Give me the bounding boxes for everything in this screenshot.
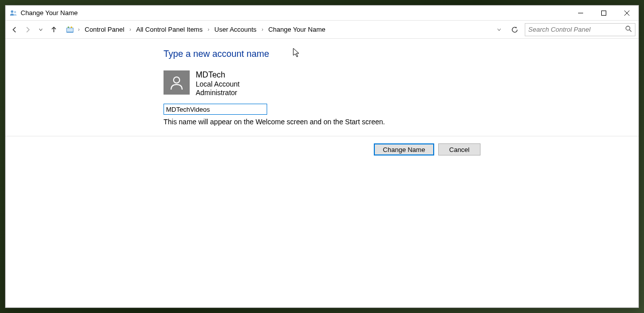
avatar <box>164 70 190 95</box>
svg-point-7 <box>626 26 630 30</box>
content-area: Type a new account name MDTech Local Acc… <box>6 39 638 307</box>
cancel-button[interactable]: Cancel <box>438 143 480 155</box>
divider <box>6 136 638 136</box>
new-name-input[interactable] <box>164 104 267 115</box>
back-button[interactable] <box>9 24 21 36</box>
svg-rect-2 <box>602 11 606 15</box>
breadcrumb-change-name[interactable]: Change Your Name <box>266 25 327 34</box>
titlebar: Change Your Name <box>6 6 638 21</box>
chevron-right-icon: › <box>126 27 134 32</box>
breadcrumb-user-accounts[interactable]: User Accounts <box>212 25 259 34</box>
svg-point-0 <box>11 10 14 13</box>
help-text: This name will appear on the Welcome scr… <box>164 118 491 126</box>
control-panel-icon <box>65 25 75 35</box>
button-row: Change Name Cancel <box>6 143 480 155</box>
window-controls <box>569 6 638 21</box>
address-dropdown[interactable] <box>495 25 504 34</box>
forward-button[interactable] <box>22 24 34 36</box>
search-box[interactable] <box>525 23 635 36</box>
page-heading: Type a new account name <box>164 49 491 59</box>
breadcrumb[interactable]: › Control Panel › All Control Panel Item… <box>63 23 506 36</box>
maximize-button[interactable] <box>592 6 615 21</box>
svg-point-1 <box>14 11 16 13</box>
current-account-name: MDTech <box>196 70 239 80</box>
window-title: Change Your Name <box>21 9 77 17</box>
control-panel-window: Change Your Name <box>5 5 639 308</box>
navigation-toolbar: › Control Panel › All Control Panel Item… <box>6 21 638 39</box>
breadcrumb-control-panel[interactable]: Control Panel <box>83 25 126 34</box>
close-button[interactable] <box>615 6 638 21</box>
account-role: Administrator <box>196 89 239 97</box>
search-input[interactable] <box>528 26 625 33</box>
chevron-right-icon: › <box>259 27 266 32</box>
svg-rect-4 <box>67 28 73 32</box>
svg-point-5 <box>68 26 69 28</box>
recent-dropdown[interactable] <box>35 24 47 36</box>
account-summary: MDTech Local Account Administrator <box>164 70 491 97</box>
chevron-right-icon: › <box>75 27 83 32</box>
refresh-button[interactable] <box>509 24 521 36</box>
breadcrumb-all-items[interactable]: All Control Panel Items <box>134 25 204 34</box>
user-accounts-icon <box>10 9 18 17</box>
minimize-button[interactable] <box>569 6 592 21</box>
account-type: Local Account <box>196 80 239 88</box>
search-icon[interactable] <box>625 25 632 34</box>
change-name-button[interactable]: Change Name <box>374 143 434 155</box>
form-container: Type a new account name MDTech Local Acc… <box>164 49 491 126</box>
account-info: MDTech Local Account Administrator <box>196 70 239 97</box>
svg-point-6 <box>71 26 72 28</box>
up-button[interactable] <box>48 24 60 36</box>
svg-point-8 <box>174 77 180 83</box>
chevron-right-icon: › <box>205 27 212 32</box>
